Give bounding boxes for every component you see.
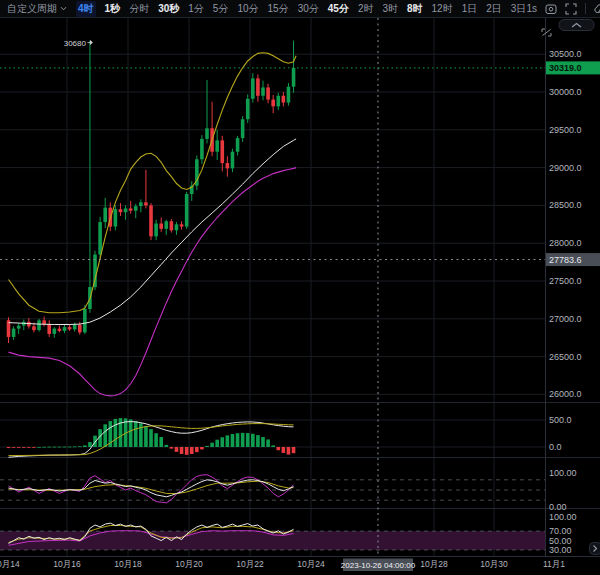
interval-button-15[interactable]: 2日: [486, 2, 502, 16]
custom-period-dropdown[interactable]: 自定义周期: [7, 2, 67, 16]
top-toolbar: 自定义周期 4时1秒分时30秒1分5分10分15分30分45分2时3时8时12时…: [0, 0, 600, 18]
date-tick-label: 10月14: [0, 559, 20, 569]
annotation-text: 30680: [64, 39, 87, 48]
price-axis[interactable]: 30500.030000.029500.029000.028500.028000…: [549, 49, 582, 555]
crosshair-date-tag: 2023-10-26 04:00:00: [341, 559, 416, 572]
rsi-tick-label: 30.00: [549, 545, 572, 555]
kdj-tick-label: 0.00: [549, 502, 567, 512]
crosshair: [0, 18, 545, 556]
interval-button-11[interactable]: 3时: [382, 2, 398, 16]
macd-tick-label: 0.0: [549, 442, 562, 452]
date-tick-label: 10月28: [420, 559, 448, 569]
interval-button-16[interactable]: 3日: [511, 2, 527, 16]
resolution-label[interactable]: 1s: [526, 3, 537, 14]
last-price-tag: 30319.0: [546, 61, 600, 74]
grid-layer: [0, 18, 545, 556]
toolbar-divider: [585, 3, 586, 14]
expand-panel-tab[interactable]: [590, 543, 600, 555]
date-tick-label: 10月16: [53, 559, 81, 569]
price-annotation: 30680: [64, 39, 93, 48]
price-tick-label: 26500.0: [549, 352, 582, 362]
macd-panel[interactable]: [7, 418, 296, 457]
interval-button-4[interactable]: 1分: [188, 2, 204, 16]
price-tick-label: 28500.0: [549, 200, 582, 210]
date-tick-label: 10月20: [175, 559, 203, 569]
date-tick-label: 10月22: [236, 559, 264, 569]
interval-button-12[interactable]: 8时: [407, 2, 423, 16]
rsi-tick-label: 100.00: [549, 512, 577, 522]
kdj-panel[interactable]: [9, 475, 294, 503]
interval-button-9[interactable]: 45分: [328, 2, 349, 16]
chart-canvas[interactable]: 3068030500.030000.029500.029000.028500.0…: [0, 18, 600, 575]
price-tick-label: 29000.0: [549, 163, 582, 173]
custom-period-label: 自定义周期: [7, 2, 57, 16]
date-tick-label: 10月30: [480, 559, 508, 569]
toolbar-right: 1s 未命名: [526, 0, 600, 18]
cloud-icon: [594, 4, 600, 14]
fullscreen-icon[interactable]: [565, 3, 577, 15]
crosshair-price-tag: 27783.6: [546, 253, 600, 266]
price-tick-label: 29500.0: [549, 125, 582, 135]
crosshair-price-label: 27783.6: [549, 255, 582, 265]
interval-button-1[interactable]: 1秒: [105, 2, 121, 16]
date-tick-label: 11月1: [543, 559, 565, 569]
interval-button-13[interactable]: 12时: [432, 2, 453, 16]
resize-icon[interactable]: [542, 29, 551, 36]
interval-button-6[interactable]: 10分: [237, 2, 258, 16]
interval-button-14[interactable]: 1日: [462, 2, 478, 16]
price-tick-label: 28000.0: [549, 238, 582, 248]
interval-button-10[interactable]: 2时: [358, 2, 374, 16]
price-tick-label: 27500.0: [549, 276, 582, 286]
interval-button-2[interactable]: 分时: [129, 2, 149, 16]
candlestick-layer[interactable]: [7, 41, 296, 343]
kdj-tick-label: 100.00: [549, 468, 577, 478]
price-tick-label: 30000.0: [549, 87, 582, 97]
interval-button-0[interactable]: 4时: [76, 1, 96, 17]
collapse-axis-tab[interactable]: [559, 20, 594, 31]
price-tick-label: 30500.0: [549, 49, 582, 59]
last-price-label: 30319.0: [549, 63, 582, 73]
interval-button-7[interactable]: 15分: [268, 2, 289, 16]
trading-app: 自定义周期 4时1秒分时30秒1分5分10分15分30分45分2时3时8时12时…: [0, 0, 600, 575]
date-tick-label: 10月24: [297, 559, 325, 569]
time-axis[interactable]: 10月1410月1610月1810月2010月2210月2410月2810月30…: [0, 559, 565, 569]
macd-tick-label: 500.0: [549, 415, 572, 425]
interval-toolbar: 自定义周期 4时1秒分时30秒1分5分10分15分30分45分2时3时8时12时…: [0, 1, 526, 17]
price-tick-label: 26000.0: [549, 389, 582, 399]
chevron-down-icon: [60, 6, 67, 11]
date-tick-label: 10月18: [114, 559, 142, 569]
crosshair-date-label: 2023-10-26 04:00:00: [341, 561, 416, 570]
interval-button-3[interactable]: 30秒: [158, 2, 179, 16]
camera-icon[interactable]: [545, 3, 557, 15]
interval-button-8[interactable]: 30分: [298, 2, 319, 16]
price-tick-label: 27000.0: [549, 314, 582, 324]
interval-button-5[interactable]: 5分: [213, 2, 229, 16]
